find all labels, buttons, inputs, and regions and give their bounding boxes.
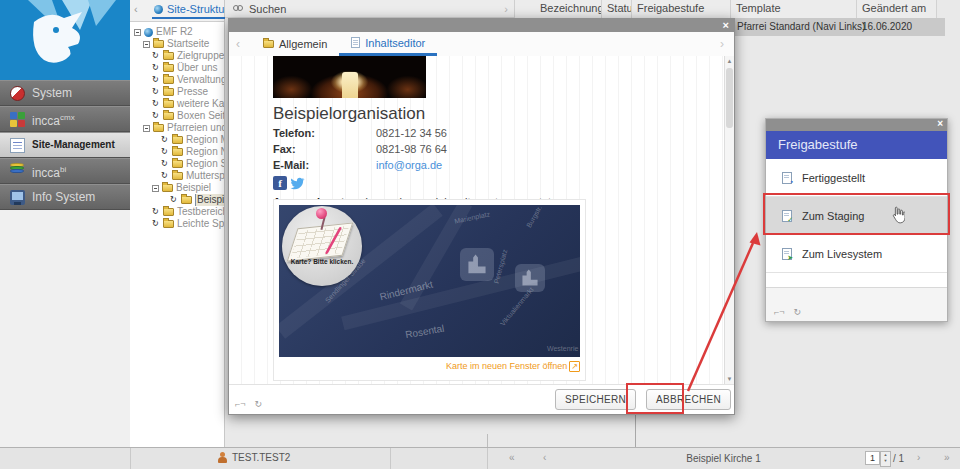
- dialog-tabstrip: ‹ Allgemein Inhaltseditor ›: [229, 32, 734, 57]
- tree-node-region-sued[interactable]: ↻Region Süd: [130, 158, 224, 170]
- chevron-left-icon[interactable]: ‹: [236, 37, 240, 51]
- tree-node-presse[interactable]: ↻Presse: [130, 86, 224, 98]
- email-link[interactable]: info@orga.de: [376, 159, 442, 171]
- collapse-panel-chevron-icon[interactable]: ‹: [134, 3, 138, 15]
- approval-item-fertiggestellt[interactable]: ▪ Fertiggestellt: [766, 159, 947, 197]
- grid-header: Bezeichnung Status Freigabestufe Templat…: [515, 0, 937, 19]
- cancel-button[interactable]: ABBRECHEN: [646, 389, 731, 410]
- next-page-icon[interactable]: ›: [917, 452, 920, 463]
- sync-icon: ↻: [170, 196, 178, 204]
- close-icon[interactable]: ×: [723, 19, 729, 32]
- field-row: Telefon:0821-12 34 56: [273, 127, 593, 140]
- tree-node-muttersprach[interactable]: ↻Muttersprach: [130, 170, 224, 182]
- link-icon[interactable]: ⌐¬: [235, 399, 246, 409]
- document-status-icon: ✓: [782, 210, 792, 222]
- dialog-scrollbar[interactable]: ▲ ▼: [724, 56, 734, 384]
- twitter-icon[interactable]: [290, 177, 305, 190]
- chevron-right-icon[interactable]: ›: [720, 37, 724, 51]
- sidebar-item-system[interactable]: System: [0, 80, 130, 106]
- map[interactable]: Marienplatz Burgstr. Rindermarkt Rosenta…: [279, 205, 580, 357]
- tab-suchen[interactable]: Suchen ›: [225, 0, 515, 18]
- cell-template: Pfarrei Standard (Navi Links): [737, 21, 865, 32]
- tree-node-beispiel[interactable]: Beispiel: [130, 182, 224, 194]
- search-icon: [233, 5, 243, 12]
- folder-icon: [163, 100, 174, 108]
- tree-node-region-nord[interactable]: ↻Region Nord: [130, 146, 224, 158]
- tree-node-leichte-sprache[interactable]: ↻Leichte Sprache: [130, 218, 224, 230]
- approval-item-zum-livesystem[interactable]: ➤ Zum Livesystem: [766, 235, 947, 273]
- column-status[interactable]: Status: [602, 0, 632, 18]
- close-icon[interactable]: ×: [937, 118, 943, 129]
- collapse-icon[interactable]: [134, 29, 141, 36]
- refresh-icon[interactable]: ↻: [794, 307, 802, 317]
- page-spinner[interactable]: ▲▼: [880, 451, 891, 467]
- divider: [390, 448, 391, 469]
- tree-node-pfarreien[interactable]: Pfarreien und P: [130, 122, 224, 134]
- folder-icon: [153, 124, 164, 132]
- dialog-titlebar[interactable]: ×: [229, 19, 734, 32]
- tree-node-beispiel-kirche[interactable]: ↻Beispiel Ki: [130, 194, 224, 206]
- tree-node-ueber-uns[interactable]: ↻Über uns: [130, 62, 224, 74]
- approval-item-zum-staging[interactable]: ✓ Zum Staging: [766, 197, 947, 235]
- globe-icon: [154, 5, 163, 14]
- collapse-icon[interactable]: [152, 185, 159, 192]
- tab-site-struktur[interactable]: Site-Struktur: [152, 3, 232, 19]
- tab-allgemein[interactable]: Allgemein: [251, 33, 339, 56]
- scroll-down-icon[interactable]: ▼: [725, 376, 734, 382]
- pane-splitter: [487, 434, 488, 447]
- page-number-input[interactable]: 1: [865, 451, 880, 465]
- candle-hands-image: [273, 56, 426, 98]
- folder-icon: [163, 208, 174, 216]
- collapse-icon[interactable]: [143, 125, 150, 132]
- refresh-icon[interactable]: ↻: [255, 399, 263, 409]
- cell-changed-date: 16.06.2020: [862, 21, 912, 32]
- last-page-icon[interactable]: »: [944, 452, 950, 463]
- tree-node-verwaltung[interactable]: ↻Verwaltung: [130, 74, 224, 86]
- sync-icon: ↻: [152, 112, 160, 120]
- tree-node-zielgruppen[interactable]: ↻Zielgruppen: [130, 50, 224, 62]
- approval-item-label: Zum Staging: [802, 210, 864, 222]
- tree-node-region-muenchen[interactable]: ↻Region Münc: [130, 134, 224, 146]
- column-bezeichnung[interactable]: Bezeichnung: [515, 0, 602, 18]
- church-building-icon[interactable]: [515, 264, 545, 292]
- save-button[interactable]: SPEICHERN: [555, 389, 636, 410]
- column-geaendert-am[interactable]: Geändert am: [857, 0, 937, 18]
- tree-node-startseite[interactable]: Startseite: [130, 38, 224, 50]
- org-name-heading: Beispielorganisation: [273, 104, 593, 124]
- open-map-link[interactable]: Karte im neuen Fenster öffnen↗: [279, 361, 580, 371]
- street-label: Burgstr.: [525, 205, 543, 229]
- sidebar-item-site-management[interactable]: Site-Management: [0, 132, 130, 158]
- column-freigabestufe[interactable]: Freigabestufe: [632, 0, 731, 18]
- tab-inhaltseditor[interactable]: Inhaltseditor: [339, 33, 437, 56]
- approval-item-label: Zum Livesystem: [802, 248, 882, 260]
- tab-label: Site-Struktur: [167, 3, 228, 15]
- social-icons: f: [273, 176, 593, 190]
- tree-node-emf-r2[interactable]: EMF R2: [130, 26, 224, 38]
- church-building-icon[interactable]: [460, 248, 494, 281]
- tree-node-weitere-kacheln[interactable]: ↻weitere Kacheln: [130, 98, 224, 110]
- logo-face-icon: [0, 0, 130, 80]
- folder-icon: [163, 220, 174, 228]
- tree-node-boxen[interactable]: ↻Boxen Seitenen: [130, 110, 224, 122]
- sync-icon: ↻: [152, 208, 160, 216]
- map-widget: Marienplatz Burgstr. Rindermarkt Rosenta…: [273, 199, 586, 381]
- sidebar-item-incca-cmx[interactable]: inccacmx: [0, 106, 130, 132]
- facebook-icon[interactable]: f: [273, 176, 287, 190]
- column-template[interactable]: Template: [731, 0, 857, 18]
- document-status-icon: ▪: [782, 172, 792, 184]
- collapse-icon[interactable]: [143, 41, 150, 48]
- pagination-bar: « ‹ Beispiel Kirche 1 1 ▲▼ / 1 › »: [487, 448, 960, 469]
- editor-content[interactable]: Beispielorganisation Telefon:0821-12 34 …: [229, 56, 726, 384]
- page-total: / 1: [893, 453, 904, 464]
- link-icon[interactable]: ⌐¬: [774, 307, 785, 317]
- chevron-right-icon[interactable]: ›: [504, 3, 508, 15]
- panel-titlebar[interactable]: ×: [766, 119, 947, 131]
- sidebar-item-incca-bi[interactable]: inccabi: [0, 158, 130, 184]
- scrollbar-thumb[interactable]: [726, 68, 733, 128]
- scroll-up-icon[interactable]: ▲: [725, 58, 734, 64]
- map-activate-overlay[interactable]: Karte? Bitte klicken.: [282, 206, 362, 286]
- tree-node-testbereich[interactable]: ↻Testbereich: [130, 206, 224, 218]
- folder-icon: [163, 88, 174, 96]
- sidebar-item-info-system[interactable]: Info System: [0, 184, 130, 210]
- sync-icon: ↻: [161, 136, 169, 144]
